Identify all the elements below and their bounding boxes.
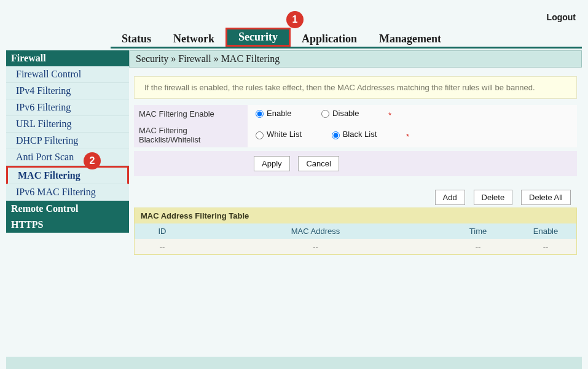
required-asterisk-icon: *: [388, 111, 391, 120]
cell-time: --: [441, 239, 515, 254]
cancel-button[interactable]: Cancel: [298, 156, 339, 171]
radio-whitelist[interactable]: [256, 131, 264, 139]
mac-filter-table: MAC Address Filtering Table ID MAC Addre…: [134, 208, 577, 255]
add-button[interactable]: Add: [435, 190, 465, 205]
delete-all-button[interactable]: Delete All: [521, 190, 571, 205]
cell-enable: --: [515, 239, 576, 254]
tab-network[interactable]: Network: [162, 31, 225, 47]
cell-mac: --: [190, 239, 441, 254]
tab-security[interactable]: Security: [225, 28, 291, 47]
sidebar-item-anti-port-scan[interactable]: Anti Port Scan: [6, 149, 129, 166]
apply-button[interactable]: Apply: [254, 156, 290, 171]
radio-whitelist-label: White List: [267, 130, 302, 139]
radio-enable[interactable]: [256, 110, 264, 118]
radio-enable-label: Enable: [267, 109, 291, 118]
col-enable: Enable: [515, 223, 576, 239]
radio-blacklist-label: Black List: [343, 130, 377, 139]
sidebar-item-url-filtering[interactable]: URL Filtering: [6, 116, 129, 133]
filter-table-title: MAC Address Filtering Table: [135, 208, 576, 223]
required-asterisk-icon: *: [406, 132, 409, 141]
col-id: ID: [135, 223, 190, 239]
logout-link[interactable]: Logout: [547, 12, 576, 22]
sidebar-section-https[interactable]: HTTPS: [6, 217, 129, 233]
sidebar-item-ipv6-filtering[interactable]: IPv6 Filtering: [6, 99, 129, 116]
sidebar: Firewall Firewall Control IPv4 Filtering…: [6, 50, 129, 233]
sidebar-section-firewall[interactable]: Firewall: [6, 50, 129, 66]
radio-blacklist[interactable]: [332, 131, 340, 139]
table-row: -- -- -- --: [135, 239, 576, 254]
filter-table-header: ID MAC Address Time Enable: [135, 223, 576, 239]
radio-blacklist-wrap[interactable]: Black List: [329, 130, 377, 139]
radio-disable-wrap[interactable]: Disable: [318, 108, 359, 118]
radio-disable[interactable]: [321, 110, 329, 118]
radio-whitelist-wrap[interactable]: White List: [253, 130, 302, 139]
sidebar-item-ipv6-mac-filtering[interactable]: IPv6 MAC Filtering: [6, 184, 129, 201]
label-mac-filtering-enable: MAC Filtering Enable: [134, 105, 248, 123]
main-content: Security » Firewall » MAC Filtering If t…: [129, 50, 582, 257]
label-blacklist-whitelist: MAC Filtering Blacklist/Whitelist: [134, 123, 248, 147]
sidebar-item-mac-filtering[interactable]: MAC Filtering: [6, 166, 129, 184]
annotation-1-icon: 1: [286, 11, 304, 28]
form-button-row: Apply Cancel: [134, 151, 577, 176]
top-nav: Status Network Security Application Mana…: [111, 34, 582, 49]
sidebar-section-remote-control[interactable]: Remote Control: [6, 201, 129, 217]
radio-enable-wrap[interactable]: Enable: [253, 108, 291, 118]
col-time: Time: [441, 223, 515, 239]
cell-id: --: [135, 239, 190, 254]
info-banner: If the firewall is enabled, the rules ta…: [134, 76, 577, 99]
sidebar-item-ipv4-filtering[interactable]: IPv4 Filtering: [6, 83, 129, 99]
col-mac: MAC Address: [190, 223, 441, 239]
radio-disable-label: Disable: [332, 109, 359, 118]
breadcrumb: Security » Firewall » MAC Filtering: [129, 50, 582, 68]
tab-application[interactable]: Application: [291, 31, 368, 47]
sidebar-item-firewall-control[interactable]: Firewall Control: [6, 66, 129, 83]
sidebar-item-dhcp-filtering[interactable]: DHCP Filtering: [6, 133, 129, 149]
footer-bar: [6, 357, 582, 369]
tab-management[interactable]: Management: [368, 31, 452, 47]
delete-button[interactable]: Delete: [474, 190, 513, 205]
table-actions: Add Delete Delete All: [134, 190, 577, 205]
tab-status[interactable]: Status: [111, 31, 162, 47]
annotation-2-icon: 2: [84, 152, 101, 169]
settings-form: MAC Filtering Enable Enable Disable * MA…: [134, 105, 577, 147]
